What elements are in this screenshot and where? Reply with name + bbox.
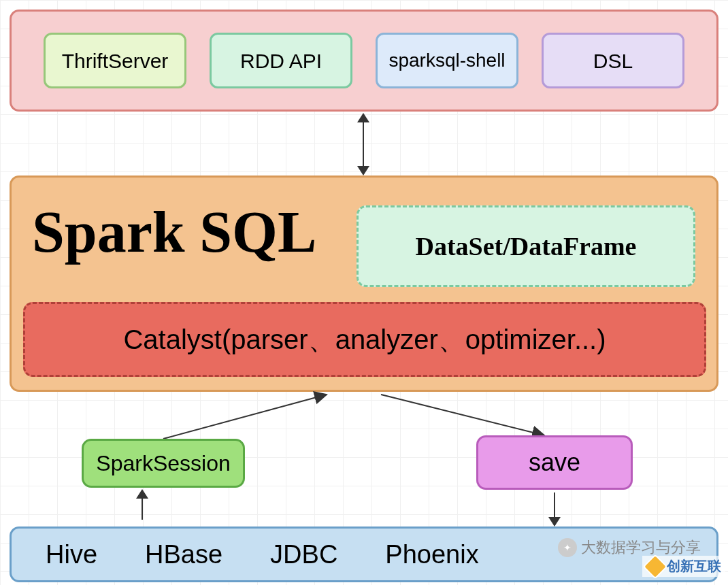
- sparksql-shell-box: sparksql-shell: [376, 33, 518, 88]
- svg-line-0: [163, 395, 327, 439]
- source-hbase: HBase: [145, 540, 222, 569]
- save-box: save: [476, 435, 633, 490]
- thrift-server-box: ThriftServer: [44, 33, 186, 88]
- source-hive: Hive: [46, 540, 97, 569]
- arrow-head-up-icon: [357, 113, 369, 122]
- source-phoenix: Phoenix: [385, 540, 478, 569]
- dataset-dataframe-box: DataSet/DataFrame: [357, 205, 695, 287]
- brand-logo-icon: [643, 554, 668, 579]
- watermark-text: 大数据学习与分享: [581, 537, 701, 558]
- arrow-head-down-icon: [548, 517, 561, 526]
- dsl-box: DSL: [542, 33, 684, 88]
- arrow-head-up-icon: [136, 489, 148, 499]
- arrow-top-spark: [363, 119, 364, 167]
- brand-text: 创新互联: [667, 557, 721, 575]
- watermark-brand: 创新互联: [642, 556, 725, 577]
- watermark-wechat: ✦ 大数据学习与分享: [558, 537, 701, 558]
- source-jdbc: JDBC: [270, 540, 337, 569]
- rdd-api-box: RDD API: [210, 33, 352, 88]
- catalyst-box: Catalyst(parser、analyzer、optimizer...): [23, 302, 706, 377]
- spark-sql-title: Spark SQL: [32, 198, 316, 266]
- arrow-save-sources: [554, 492, 555, 518]
- arrow-session-sources: [142, 495, 143, 520]
- wechat-icon: ✦: [558, 538, 577, 557]
- svg-line-1: [381, 395, 544, 435]
- arrow-head-down-icon: [357, 166, 369, 176]
- api-container: ThriftServer RDD API sparksql-shell DSL: [10, 10, 718, 112]
- spark-session-box: SparkSession: [82, 439, 245, 488]
